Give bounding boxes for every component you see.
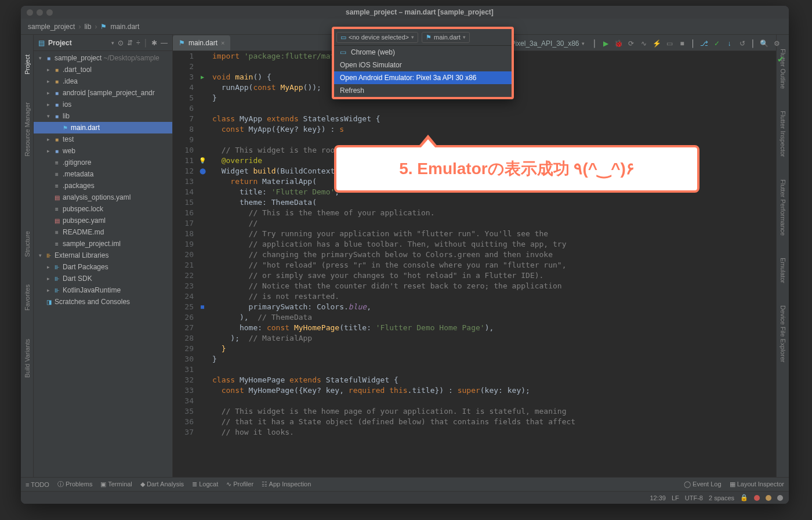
- tree-node[interactable]: ▾■lib: [34, 110, 172, 122]
- project-tree[interactable]: ▾■sample_project ~/Desktop/sample▸■.dart…: [34, 51, 172, 477]
- search-icon[interactable]: 🔍: [760, 39, 768, 48]
- tree-node[interactable]: ▸⊪Dart SDK: [34, 273, 172, 284]
- tree-node[interactable]: ▸■ios: [34, 99, 172, 110]
- dropdown-item-chrome[interactable]: ▭Chrome (web): [334, 46, 512, 59]
- run-icon[interactable]: ▶: [601, 39, 610, 48]
- tree-node[interactable]: ▸⊪KotlinJavaRuntime: [34, 284, 172, 296]
- bottom-tab-logcat[interactable]: ≣ Logcat: [192, 481, 218, 488]
- hide-icon[interactable]: —: [161, 39, 168, 47]
- tree-node[interactable]: ▸■android [sample_project_andr: [34, 87, 172, 99]
- close-icon[interactable]: ×: [221, 39, 224, 46]
- checkmark-icon: ✔: [777, 55, 784, 64]
- breadcrumb-item[interactable]: sample_project: [28, 23, 75, 31]
- right-tab-flutter-performance[interactable]: Flutter Performance: [778, 177, 788, 238]
- bottom-toolbar: ≡ TODO ⓘ Problems ▣ Terminal ◆ Dart Anal…: [21, 477, 789, 491]
- tree-node[interactable]: ▾■sample_project ~/Desktop/sample: [34, 52, 172, 64]
- gear-icon[interactable]: ✱: [151, 39, 157, 47]
- editor-tab[interactable]: ⚑ main.dart ×: [173, 35, 230, 50]
- update-icon[interactable]: ↓: [726, 39, 734, 48]
- lock-icon[interactable]: 🔒: [740, 494, 748, 501]
- tree-node[interactable]: ▸⊪Dart Packages: [34, 261, 172, 273]
- dropdown-item-refresh[interactable]: Refresh: [334, 84, 512, 97]
- right-tab-device-file-explorer[interactable]: Device File Explorer: [778, 303, 788, 364]
- tree-node[interactable]: ▸■test: [34, 133, 172, 145]
- status-line-ending[interactable]: LF: [672, 494, 679, 501]
- error-indicator-icon[interactable]: [754, 495, 760, 501]
- left-tab-structure[interactable]: Structure: [23, 229, 32, 259]
- bottom-tab-todo[interactable]: ≡ TODO: [26, 481, 49, 488]
- bottom-tab-problems[interactable]: ⓘ Problems: [57, 480, 93, 489]
- left-tab-project[interactable]: Project: [23, 52, 32, 77]
- breadcrumb-item[interactable]: main.dart: [110, 23, 139, 31]
- project-label[interactable]: Project: [48, 39, 108, 47]
- tree-node[interactable]: ▤pubspec.yaml: [34, 215, 172, 226]
- tree-node[interactable]: ◨Scratches and Consoles: [34, 296, 172, 308]
- right-tool-rail: Flutter Outline Flutter Inspector Flutte…: [776, 35, 789, 477]
- target-icon[interactable]: ⊙: [118, 39, 124, 47]
- expand-icon[interactable]: ⇵: [127, 39, 133, 47]
- bottom-tab-dart-analysis[interactable]: ◆ Dart Analysis: [140, 481, 184, 488]
- bottom-tab-terminal[interactable]: ▣ Terminal: [100, 481, 132, 488]
- profiler-icon[interactable]: ∿: [640, 39, 648, 48]
- status-encoding[interactable]: UTF-8: [685, 494, 703, 501]
- tree-node[interactable]: ≡README.md: [34, 226, 172, 238]
- left-tab-favorites[interactable]: Favorites: [23, 282, 32, 313]
- status-time: 12:39: [650, 494, 666, 501]
- breadcrumb-item[interactable]: lib: [84, 23, 91, 31]
- left-tab-build-variants[interactable]: Build Variants: [23, 337, 32, 380]
- gutter-icons: ▶💡⬤■: [197, 51, 208, 477]
- annotation-callout: 5. Emulatorの表示成功 ٩(^‿^)۶: [334, 145, 699, 193]
- maximize-window-icon[interactable]: [46, 9, 53, 16]
- left-tab-resource-manager[interactable]: Resource Manager: [23, 100, 32, 159]
- tree-node[interactable]: ▸■web: [34, 145, 172, 157]
- titlebar: sample_project – main.dart [sample_proje…: [21, 6, 789, 19]
- bottom-tab-layout-inspector[interactable]: ▦ Layout Inspector: [730, 481, 784, 488]
- tree-node[interactable]: ≡sample_project.iml: [34, 238, 172, 250]
- collapse-icon[interactable]: ÷: [136, 39, 140, 47]
- dropdown-item-ios-simulator[interactable]: Open iOS Simulator: [334, 59, 512, 71]
- line-number-gutter: 1234567891011121314151617181920212223242…: [173, 51, 197, 477]
- right-tab-flutter-outline[interactable]: Flutter Outline: [778, 46, 788, 91]
- window-title: sample_project – main.dart [sample_proje…: [56, 8, 783, 16]
- run-config-selector[interactable]: ⚑main.dart▾: [422, 32, 470, 43]
- project-header: ▤ Project ▾ ⊙ ⇵ ÷ │ ✱ —: [34, 35, 172, 51]
- tree-node[interactable]: ⚑main.dart: [34, 122, 172, 133]
- debug-icon[interactable]: 🐞: [614, 39, 622, 48]
- code-editor[interactable]: import 'package:flutter/materivoid main(…: [208, 51, 776, 477]
- tree-node[interactable]: ▤analysis_options.yaml: [34, 192, 172, 203]
- status-indent[interactable]: 2 spaces: [709, 494, 734, 501]
- tree-node[interactable]: ▸■.idea: [34, 75, 172, 87]
- right-tab-emulator[interactable]: Emulator: [778, 255, 788, 286]
- bottom-tab-event-log[interactable]: ◯ Event Log: [684, 481, 722, 488]
- tree-node[interactable]: ≡.gitignore: [34, 157, 172, 168]
- dropdown-item-android-emulator[interactable]: Open Android Emulator: Pixel 3a API 30 x…: [334, 71, 512, 84]
- left-tool-rail: Project Resource Manager Structure Favor…: [21, 35, 34, 477]
- toolbar: ▭ Pixel_3a_API_30_x86 ▾ │ ▶ 🐞 ⟳ ∿ ⚡ ▭ ■ …: [498, 35, 781, 52]
- right-tab-flutter-inspector[interactable]: Flutter Inspector: [778, 109, 788, 159]
- tree-node[interactable]: ▾⊪External Libraries: [34, 250, 172, 261]
- tab-label: main.dart: [188, 39, 217, 47]
- history-icon[interactable]: ↺: [738, 39, 746, 48]
- hot-reload-icon[interactable]: ⚡: [652, 39, 661, 48]
- tree-node[interactable]: ≡pubspec.lock: [34, 203, 172, 215]
- close-window-icon[interactable]: [27, 9, 33, 16]
- minimize-window-icon[interactable]: [37, 9, 43, 16]
- warning-indicator-icon[interactable]: [766, 495, 771, 501]
- bottom-tab-profiler[interactable]: ∿ Profiler: [226, 481, 253, 488]
- device-selector-dropdown: ▭<no device selected>▾ ⚑main.dart▾ ▭Chro…: [332, 27, 514, 99]
- vcs-icon[interactable]: ⎇: [700, 39, 708, 48]
- attach-icon[interactable]: ▭: [665, 39, 673, 48]
- status-bar: 12:39 LF UTF-8 2 spaces 🔒: [21, 491, 789, 504]
- device-selector[interactable]: ▭<no device selected>▾: [336, 32, 418, 43]
- project-sidebar: ▤ Project ▾ ⊙ ⇵ ÷ │ ✱ — ▾■sample_project…: [34, 35, 173, 477]
- coverage-icon[interactable]: ⟳: [627, 39, 635, 48]
- tree-node[interactable]: ≡.metadata: [34, 168, 172, 180]
- settings-icon[interactable]: ⚙: [773, 39, 781, 48]
- stop-icon[interactable]: ■: [678, 39, 686, 48]
- commit-icon[interactable]: ✓: [713, 39, 721, 48]
- tree-node[interactable]: ≡.packages: [34, 180, 172, 192]
- bottom-tab-app-inspection[interactable]: ☷ App Inspection: [262, 481, 311, 488]
- tree-node[interactable]: ▸■.dart_tool: [34, 64, 172, 75]
- user-indicator-icon[interactable]: [777, 495, 783, 501]
